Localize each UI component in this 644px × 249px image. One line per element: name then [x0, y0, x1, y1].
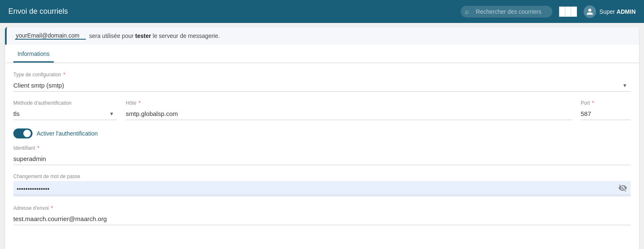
search-icon: ⌕ — [465, 8, 469, 15]
identifier-label: Identifiant * — [13, 145, 631, 151]
search-input[interactable] — [461, 6, 552, 18]
three-col-row: Méthode d'authentification tls ssl none … — [13, 100, 631, 128]
avatar — [584, 5, 596, 18]
port-input[interactable] — [581, 108, 631, 120]
grid-icon[interactable]: ███ — [559, 7, 577, 16]
auth-toggle-label: Activer l'authentification — [37, 130, 98, 137]
send-address-group: Adresse d'envoi * — [13, 205, 631, 225]
password-group: Changement de mot de passe — [13, 174, 631, 197]
identifier-input[interactable] — [13, 153, 631, 165]
auth-method-select[interactable]: tls ssl none — [13, 108, 117, 120]
password-visibility-toggle[interactable] — [618, 184, 627, 195]
auth-toggle[interactable] — [13, 128, 32, 138]
password-input[interactable] — [13, 183, 631, 195]
host-group: Hôte * — [126, 100, 572, 120]
host-label: Hôte * — [126, 100, 572, 106]
config-type-group: Type de configuration * Client smtp (smt… — [13, 72, 631, 92]
tab-informations[interactable]: Informations — [13, 45, 54, 63]
search-box[interactable]: ⌕ — [461, 6, 552, 18]
auth-method-select-wrap: tls ssl none — [13, 108, 117, 120]
header-right: ⌕ ███ Super ADMIN — [461, 5, 636, 18]
port-label: Port * — [581, 100, 631, 106]
banner-text: sera utilisée pour tester le serveur de … — [89, 33, 220, 39]
test-email-input[interactable] — [15, 32, 86, 40]
button-row: Tester et valider Annuler — [5, 242, 639, 249]
port-group: Port * — [581, 100, 631, 120]
app-title: Envoi de courriels — [8, 7, 68, 16]
app-header: Envoi de courriels ⌕ ███ Super ADMIN — [0, 0, 644, 23]
password-label: Changement de mot de passe — [13, 174, 631, 179]
config-type-select-wrap: Client smtp (smtp) IMAP — [13, 79, 631, 92]
user-label: Super ADMIN — [599, 8, 636, 15]
config-type-label: Type de configuration * — [13, 72, 631, 78]
config-type-select[interactable]: Client smtp (smtp) IMAP — [13, 79, 631, 92]
user-area: Super ADMIN — [584, 5, 636, 18]
auth-method-label: Méthode d'authentification — [13, 100, 117, 106]
identifier-group: Identifiant * — [13, 145, 631, 165]
tabs-bar: Informations — [5, 45, 639, 63]
auth-method-group: Méthode d'authentification tls ssl none — [13, 100, 117, 120]
send-address-label: Adresse d'envoi * — [13, 205, 631, 211]
password-wrap — [13, 181, 631, 197]
send-address-input[interactable] — [13, 213, 631, 225]
form-body: Type de configuration * Client smtp (smt… — [5, 63, 639, 242]
auth-toggle-row: Activer l'authentification — [13, 128, 631, 138]
main-card: sera utilisée pour tester le serveur de … — [5, 27, 639, 249]
info-banner: sera utilisée pour tester le serveur de … — [5, 27, 639, 45]
host-input[interactable] — [126, 108, 572, 120]
